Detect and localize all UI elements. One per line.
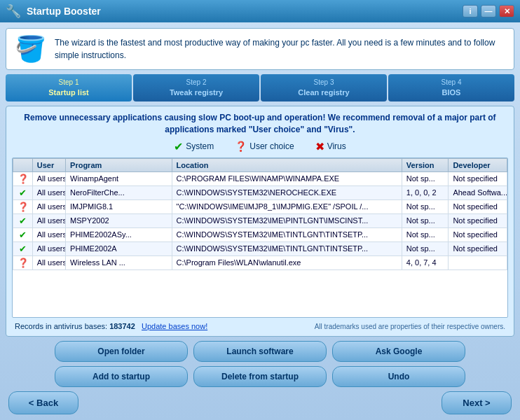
cell-icon: ✔ <box>13 227 33 241</box>
status-bar: Records in antivirus bases: 183742 Updat… <box>12 322 508 330</box>
cell-developer: Not specified <box>449 227 507 241</box>
main-container: 🪣 The wizard is the fastest and most pro… <box>0 22 520 420</box>
cell-icon: ❓ <box>13 200 33 214</box>
question-icon: ❓ <box>18 258 29 268</box>
table-row[interactable]: ✔ All users PHIME2002A C:\WINDOWS\SYSTEM… <box>13 241 507 255</box>
step-1[interactable]: Step 1 Startup list <box>6 74 132 102</box>
table-body: ❓ All users WinampAgent C:\PROGRAM FILES… <box>13 172 507 270</box>
cell-user: All users <box>32 172 65 186</box>
startup-table: User Program Location Version Developer … <box>12 158 508 318</box>
window-controls: i — ✕ <box>463 5 514 18</box>
header-banner: 🪣 The wizard is the fastest and most pro… <box>6 28 514 70</box>
cell-program: Wireless LAN ... <box>66 255 172 270</box>
close-button[interactable]: ✕ <box>499 5 514 18</box>
check-icon: ✔ <box>19 188 27 198</box>
col-developer: Developer <box>449 158 507 172</box>
cell-location: "C:\WINDOWS\IME\IMJP8_1\IMJPMIG.EXE" /SP… <box>172 200 402 214</box>
cell-location: C:\Program Files\WLAN\wlanutil.exe <box>172 255 402 270</box>
action-buttons-row2: Add to startup Delete from startup Undo <box>6 366 514 387</box>
user-choice-icon: ❓ <box>235 141 247 152</box>
table-row[interactable]: ✔ All users PHIME2002ASy... C:\WINDOWS\S… <box>13 227 507 241</box>
cell-user: All users <box>32 255 65 270</box>
table-header-row: User Program Location Version Developer <box>13 158 507 172</box>
cell-developer: Not specified <box>449 172 507 186</box>
cell-icon: ✔ <box>13 186 33 200</box>
legend-virus-label: Virus <box>327 141 346 151</box>
update-link[interactable]: Update bases now! <box>142 322 207 330</box>
legend-system: ✔ System <box>174 140 214 153</box>
question-icon: ❓ <box>18 174 29 184</box>
cell-version: 4, 0, 7, 4 <box>402 255 449 270</box>
cell-icon: ✔ <box>13 214 33 227</box>
cell-user: All users <box>32 186 65 200</box>
content-area: Remove unnecessary applications causing … <box>6 106 514 337</box>
undo-button[interactable]: Undo <box>332 366 465 387</box>
cell-version: Not sp... <box>402 241 449 255</box>
title-bar: 🔧 Startup Booster i — ✕ <box>0 0 520 22</box>
open-folder-button[interactable]: Open folder <box>55 341 188 362</box>
legend-virus: ✖ Virus <box>315 140 346 153</box>
cell-location: C:\WINDOWS\SYSTEM32\IME\TINTLGNT\TINTSET… <box>172 227 402 241</box>
cell-user: All users <box>32 214 65 227</box>
records-label: Records in antivirus bases: <box>15 322 107 330</box>
step-2[interactable]: Step 2 Tweak registry <box>133 74 259 102</box>
banner-icon: 🪣 <box>15 34 46 64</box>
steps-bar: Step 1 Startup list Step 2 Tweak registr… <box>6 74 514 102</box>
legend-user-choice: ❓ User choice <box>235 140 294 153</box>
ask-google-button[interactable]: Ask Google <box>332 341 465 362</box>
check-icon: ✔ <box>19 244 27 254</box>
instructions-text: Remove unnecessary applications causing … <box>12 112 508 136</box>
legend: ✔ System ❓ User choice ✖ Virus <box>12 140 508 153</box>
table-row[interactable]: ❓ All users WinampAgent C:\PROGRAM FILES… <box>13 172 507 186</box>
cell-user: All users <box>32 241 65 255</box>
table-row[interactable]: ✔ All users NeroFilterChe... C:\WINDOWS\… <box>13 186 507 200</box>
cell-version: Not sp... <box>402 200 449 214</box>
cell-user: All users <box>32 200 65 214</box>
cell-location: C:\WINDOWS\SYSTEM32\NEROCHECK.EXE <box>172 186 402 200</box>
cell-icon: ❓ <box>13 172 33 186</box>
col-location: Location <box>172 158 402 172</box>
cell-developer: Not specified <box>449 214 507 227</box>
info-button[interactable]: i <box>463 5 478 18</box>
cell-developer: Not specified <box>449 241 507 255</box>
nav-buttons: < Back Next > <box>6 391 514 414</box>
app-title: Startup Booster <box>27 6 463 17</box>
col-version: Version <box>402 158 449 172</box>
cell-developer: Not specified <box>449 200 507 214</box>
delete-from-startup-button[interactable]: Delete from startup <box>193 366 327 387</box>
table: User Program Location Version Developer … <box>13 158 507 270</box>
system-icon: ✔ <box>174 140 183 153</box>
cell-version: Not sp... <box>402 227 449 241</box>
app-icon: 🔧 <box>6 4 21 19</box>
cell-developer <box>449 255 507 270</box>
minimize-button[interactable]: — <box>481 5 496 18</box>
next-button[interactable]: Next > <box>442 391 512 414</box>
records-info: Records in antivirus bases: 183742 Updat… <box>15 322 207 330</box>
banner-text: The wizard is the fastest and most produ… <box>55 36 505 62</box>
check-icon: ✔ <box>19 216 27 226</box>
table-row[interactable]: ✔ All users MSPY2002 C:\WINDOWS\SYSTEM32… <box>13 214 507 227</box>
table-row[interactable]: ❓ All users IMJPMIG8.1 "C:\WINDOWS\IME\I… <box>13 200 507 214</box>
cell-developer: Ahead Softwa... <box>449 186 507 200</box>
cell-version: 1, 0, 0, 2 <box>402 186 449 200</box>
cell-icon: ✔ <box>13 241 33 255</box>
check-icon: ✔ <box>19 230 27 240</box>
step-3[interactable]: Step 3 Clean registry <box>261 74 387 102</box>
action-buttons-row1: Open folder Launch software Ask Google <box>6 341 514 362</box>
cell-version: Not sp... <box>402 214 449 227</box>
launch-software-button[interactable]: Launch software <box>193 341 327 362</box>
cell-program: PHIME2002ASy... <box>66 227 172 241</box>
table-row[interactable]: ❓ All users Wireless LAN ... C:\Program … <box>13 255 507 270</box>
cell-location: C:\WINDOWS\SYSTEM32\IME\PINTLGNT\IMSCINS… <box>172 214 402 227</box>
col-user: User <box>32 158 65 172</box>
cell-program: IMJPMIG8.1 <box>66 200 172 214</box>
cell-program: PHIME2002A <box>66 241 172 255</box>
step-4[interactable]: Step 4 BIOS <box>388 74 514 102</box>
back-button[interactable]: < Back <box>8 391 78 414</box>
legend-user-choice-label: User choice <box>249 141 294 151</box>
records-count: 183742 <box>109 322 135 330</box>
add-to-startup-button[interactable]: Add to startup <box>55 366 188 387</box>
cell-user: All users <box>32 227 65 241</box>
col-icon <box>13 158 33 172</box>
trademark-text: All trademarks used are properties of th… <box>315 323 505 330</box>
